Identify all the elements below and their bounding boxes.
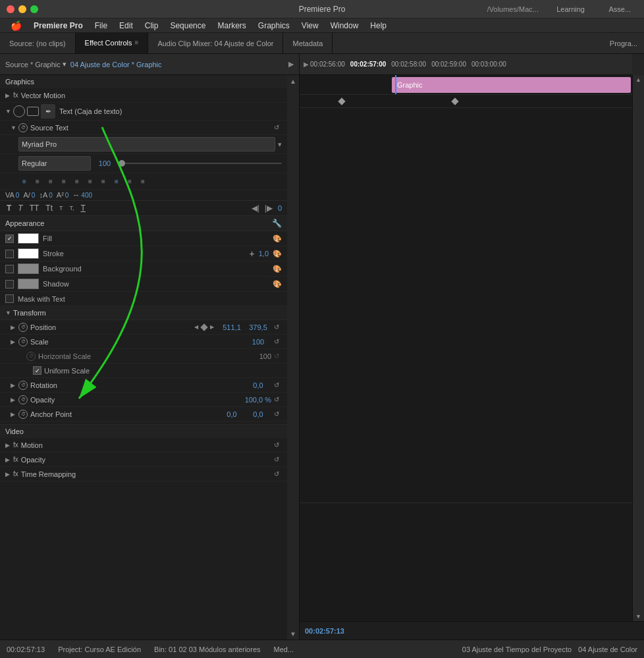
scale-stopwatch[interactable]: ⏱ xyxy=(18,337,28,346)
stroke-value[interactable]: 1,0 xyxy=(259,250,269,258)
scale-expand[interactable]: ▶ xyxy=(11,339,17,345)
close-button[interactable] xyxy=(7,5,14,13)
menu-markers[interactable]: Markers xyxy=(212,20,251,32)
assemble-label[interactable]: Asse... xyxy=(608,5,631,13)
align-right2[interactable]: ≡ xyxy=(97,175,109,187)
kf-diamond[interactable] xyxy=(200,323,207,331)
anchor-x[interactable]: 0,0 xyxy=(219,410,245,418)
align-distribute[interactable]: ≡ xyxy=(124,175,136,187)
typo-bold[interactable]: T xyxy=(5,204,13,213)
add-stroke-btn[interactable]: + xyxy=(250,248,255,259)
menu-sequence[interactable]: Sequence xyxy=(165,20,211,32)
align-center2[interactable]: ≡ xyxy=(84,175,96,187)
anchor-expand[interactable]: ▶ xyxy=(11,411,17,418)
mask-checkbox[interactable] xyxy=(5,294,14,303)
menu-premiere-pro[interactable]: Premiere Pro xyxy=(28,20,88,32)
ruler-nav-left[interactable]: ▶ xyxy=(304,61,309,68)
typo-smallcaps[interactable]: Tt xyxy=(44,204,54,213)
typo-underline[interactable]: T xyxy=(80,204,87,213)
kf-prev[interactable]: ◀ xyxy=(192,323,200,331)
scroll-down-arrow[interactable]: ▼ xyxy=(287,628,299,640)
position-stopwatch[interactable]: ⏱ xyxy=(18,323,28,332)
align-center[interactable]: ≡ xyxy=(32,175,43,187)
ltr-btn[interactable]: |▶ xyxy=(265,204,273,213)
scale-reset[interactable]: ↺ xyxy=(271,337,282,347)
opacity-expand[interactable]: ▶ xyxy=(11,397,17,403)
tab-effect-controls[interactable]: Effect Controls ≡ xyxy=(76,33,149,53)
font-size-value[interactable]: 100 xyxy=(95,159,115,167)
typo-allcaps[interactable]: TT xyxy=(28,204,41,213)
time-remap-reset[interactable]: ↺ xyxy=(271,469,282,480)
style-select[interactable]: Regular xyxy=(18,156,91,171)
position-expand[interactable]: ▶ xyxy=(11,324,17,331)
text-expand[interactable]: ▼ xyxy=(5,108,12,115)
video-opacity-expand[interactable]: ▶ xyxy=(5,456,12,463)
source-dropdown[interactable]: Source * Graphic ▾ xyxy=(5,60,67,69)
pen-tool[interactable]: ✒ xyxy=(41,104,55,119)
align-block[interactable]: ≡ xyxy=(111,175,122,187)
size-slider-thumb[interactable] xyxy=(119,160,125,167)
scale-value[interactable]: 100 xyxy=(245,338,271,346)
vector-motion-expand[interactable]: ▶ xyxy=(5,92,12,99)
menu-file[interactable]: File xyxy=(90,20,113,32)
anchor-reset[interactable]: ↺ xyxy=(271,409,282,420)
tracking-value[interactable]: 0 xyxy=(49,192,53,199)
transform-expand[interactable]: ▼ xyxy=(5,310,12,316)
minimize-button[interactable] xyxy=(18,5,26,13)
source-text-reset[interactable]: ↺ xyxy=(271,123,282,133)
shadow-swatch[interactable] xyxy=(18,279,39,289)
position-reset[interactable]: ↺ xyxy=(271,322,282,333)
anchor-stopwatch[interactable]: ⏱ xyxy=(18,410,28,419)
align-extra[interactable]: ≡ xyxy=(137,175,149,187)
source-text-expand[interactable]: ▼ xyxy=(11,124,17,131)
menu-view[interactable]: View xyxy=(296,20,324,32)
width-value[interactable]: 400 xyxy=(81,192,92,199)
fill-swatch[interactable] xyxy=(18,233,39,244)
nav-arrow[interactable]: ▶ xyxy=(288,60,294,69)
opacity-reset[interactable]: ↺ xyxy=(271,395,282,405)
fill-eyedropper[interactable]: 🎨 xyxy=(273,234,282,243)
kern2-value[interactable]: 0 xyxy=(32,192,36,199)
motion-expand[interactable]: ▶ xyxy=(5,442,12,449)
shadow-eyedropper[interactable]: 🎨 xyxy=(273,280,282,288)
kerning-value[interactable]: 0 xyxy=(16,192,20,199)
fill-checkbox[interactable] xyxy=(5,234,14,243)
controls-scrollable[interactable]: Graphics ▶ fx Vector Motion ▼ xyxy=(0,75,287,640)
h-scale-value[interactable]: 100 xyxy=(259,352,271,360)
position-y[interactable]: 379,5 xyxy=(245,323,271,331)
shadow-checkbox[interactable] xyxy=(5,280,14,288)
uniform-scale-checkbox[interactable] xyxy=(33,366,41,375)
kf-marker-1[interactable] xyxy=(338,97,345,105)
opacity-stopwatch[interactable]: ⏱ xyxy=(18,395,28,404)
motion-reset[interactable]: ↺ xyxy=(271,440,282,451)
rtl-btn[interactable]: ◀| xyxy=(252,204,259,213)
baseline-value[interactable]: 0 xyxy=(65,192,69,199)
background-swatch[interactable] xyxy=(18,263,39,274)
clip-name[interactable]: 04 Ajuste de Color * Graphic xyxy=(70,61,162,69)
scroll-up-arrow[interactable]: ▲ xyxy=(287,75,299,87)
menu-edit[interactable]: Edit xyxy=(114,20,138,32)
menu-window[interactable]: Window xyxy=(325,20,364,32)
apple-menu[interactable]: 🍎 xyxy=(5,19,27,32)
rotation-stopwatch[interactable]: ⏱ xyxy=(18,381,28,390)
align-left[interactable]: ≡ xyxy=(18,175,30,187)
learning-label[interactable]: Learning xyxy=(556,5,585,13)
maximize-button[interactable] xyxy=(30,5,38,13)
typo-super[interactable]: T xyxy=(58,205,65,211)
align-left2[interactable]: ≡ xyxy=(71,175,83,187)
source-text-stopwatch[interactable]: ⏱ xyxy=(18,123,28,132)
kf-marker-2[interactable] xyxy=(451,97,458,105)
tab-metadata[interactable]: Metadata xyxy=(283,33,333,53)
opacity-value[interactable]: 100,0 % xyxy=(245,396,271,404)
menu-clip[interactable]: Clip xyxy=(140,20,164,32)
anchor-y[interactable]: 0,0 xyxy=(245,410,271,418)
stroke-checkbox[interactable] xyxy=(5,250,14,258)
stroke-swatch[interactable] xyxy=(18,248,39,259)
position-x[interactable]: 511,1 xyxy=(219,323,245,331)
wrench-icon[interactable]: 🔧 xyxy=(272,219,282,228)
rotation-reset[interactable]: ↺ xyxy=(271,380,282,391)
video-opacity-reset[interactable]: ↺ xyxy=(271,454,282,465)
typo-num[interactable]: 0 xyxy=(278,204,282,212)
typo-sub[interactable]: T, xyxy=(68,205,76,211)
menu-help[interactable]: Help xyxy=(365,20,392,32)
